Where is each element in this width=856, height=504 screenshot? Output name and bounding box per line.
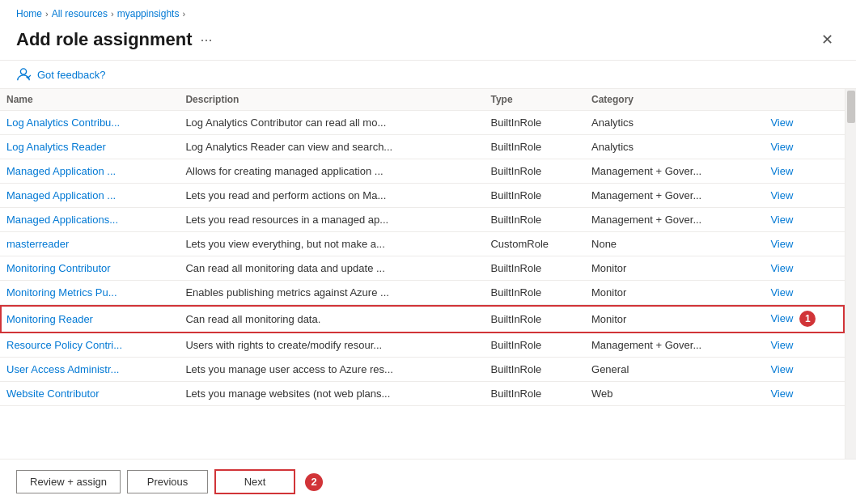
page-header: Add role assignment ··· ✕ [0,24,856,61]
role-category: Monitor [585,305,764,333]
feedback-bar: Got feedback? [0,61,856,89]
role-type: BuiltInRole [484,382,585,406]
feedback-person-icon [16,67,31,82]
role-name[interactable]: User Access Administr... [0,358,179,382]
role-view[interactable]: View [764,333,845,358]
role-desc: Enables publishing metrics against Azure… [179,281,484,305]
table-row[interactable]: Monitoring Metrics Pu...Enables publishi… [0,281,845,305]
role-view[interactable]: View [764,184,845,208]
table-row[interactable]: Managed Application ...Lets you read and… [0,184,845,208]
role-type: CustomRole [484,232,585,256]
table-row[interactable]: Website ContributorLets you manage websi… [0,382,845,406]
role-desc: Lets you read resources in a managed ap.… [179,208,484,232]
role-desc: Log Analytics Reader can view and search… [179,135,484,159]
next-button[interactable]: Next [214,469,295,494]
role-desc: Can read all monitoring data and update … [179,256,484,281]
table-scroll[interactable]: Name Description Type Category Log Analy… [0,89,845,459]
table-row[interactable]: User Access Administr...Lets you manage … [0,358,845,382]
role-type: BuiltInRole [484,159,585,184]
role-category: Analytics [585,135,764,159]
role-view[interactable]: View1 [764,305,845,333]
annotation-badge-2: 2 [305,473,323,491]
col-header-category: Category [585,89,764,111]
role-view[interactable]: View [764,281,845,305]
role-view[interactable]: View [764,382,845,406]
role-view[interactable]: View [764,358,845,382]
role-view[interactable]: View [764,135,845,159]
roles-table: Name Description Type Category Log Analy… [0,89,845,406]
table-row[interactable]: Managed Application ...Allows for creati… [0,159,845,184]
role-type: BuiltInRole [484,208,585,232]
breadcrumb: Home › All resources › myappinsights › [0,0,856,24]
role-type: BuiltInRole [484,256,585,281]
table-row[interactable]: Resource Policy Contri...Users with righ… [0,333,845,358]
breadcrumb-sep3: › [182,9,185,19]
role-category: Monitor [585,256,764,281]
col-header-type: Type [484,89,585,111]
role-view[interactable]: View [764,208,845,232]
role-type: BuiltInRole [484,281,585,305]
role-name[interactable]: Monitoring Metrics Pu... [0,281,179,305]
role-category: None [585,232,764,256]
table-row[interactable]: masterreaderLets you view everything, bu… [0,232,845,256]
table-row[interactable]: Monitoring ReaderCan read all monitoring… [0,305,845,333]
close-button[interactable]: ✕ [815,28,840,52]
role-name[interactable]: Managed Application ... [0,184,179,208]
breadcrumb-all-resources[interactable]: All resources [52,8,108,19]
role-type: BuiltInRole [484,305,585,333]
review-assign-button[interactable]: Review + assign [16,470,121,493]
table-row[interactable]: Monitoring ContributorCan read all monit… [0,256,845,281]
role-desc: Lets you manage websites (not web plans.… [179,382,484,406]
role-name[interactable]: Log Analytics Reader [0,135,179,159]
scrollbar-track[interactable] [845,89,856,459]
role-category: Management + Gover... [585,333,764,358]
role-category: Web [585,382,764,406]
role-name[interactable]: Monitoring Contributor [0,256,179,281]
col-header-name: Name [0,89,179,111]
role-view[interactable]: View [764,111,845,135]
breadcrumb-sep2: › [111,9,114,19]
role-view[interactable]: View [764,159,845,184]
role-category: Management + Gover... [585,184,764,208]
table-row[interactable]: Log Analytics Contribu...Log Analytics C… [0,111,845,135]
role-category: General [585,358,764,382]
role-category: Management + Gover... [585,208,764,232]
role-name[interactable]: Website Contributor [0,382,179,406]
breadcrumb-myappinsights[interactable]: myappinsights [117,8,180,19]
role-type: BuiltInRole [484,111,585,135]
table-row[interactable]: Log Analytics ReaderLog Analytics Reader… [0,135,845,159]
role-desc: Lets you manage user access to Azure res… [179,358,484,382]
role-name[interactable]: Monitoring Reader [0,305,179,333]
role-name[interactable]: masterreader [0,232,179,256]
page-title: Add role assignment [16,29,193,50]
title-menu-icon[interactable]: ··· [201,32,213,49]
role-name[interactable]: Log Analytics Contribu... [0,111,179,135]
annotation-badge-1: 1 [799,311,816,327]
col-header-view [764,89,845,111]
table-row[interactable]: Managed Applications...Lets you read res… [0,208,845,232]
role-name[interactable]: Resource Policy Contri... [0,333,179,358]
table-area: Name Description Type Category Log Analy… [0,89,856,459]
scrollbar-thumb[interactable] [847,91,855,123]
page-title-row: Add role assignment ··· [16,29,213,50]
col-header-desc: Description [179,89,484,111]
feedback-link[interactable]: Got feedback? [37,69,106,81]
role-desc: Users with rights to create/modify resou… [179,333,484,358]
role-desc: Allows for creating managed application … [179,159,484,184]
role-view[interactable]: View [764,232,845,256]
role-type: BuiltInRole [484,184,585,208]
role-category: Monitor [585,281,764,305]
role-name[interactable]: Managed Application ... [0,159,179,184]
role-view[interactable]: View [764,256,845,281]
previous-button[interactable]: Previous [127,470,208,493]
breadcrumb-home[interactable]: Home [16,8,42,19]
svg-point-0 [20,69,26,74]
role-name[interactable]: Managed Applications... [0,208,179,232]
table-header-row: Name Description Type Category [0,89,845,111]
main-layout: Home › All resources › myappinsights › A… [0,0,856,504]
role-category: Management + Gover... [585,159,764,184]
role-desc: Can read all monitoring data. [179,305,484,333]
role-type: BuiltInRole [484,135,585,159]
role-desc: Lets you read and perform actions on Ma.… [179,184,484,208]
footer: Review + assign Previous Next 2 [0,459,856,504]
